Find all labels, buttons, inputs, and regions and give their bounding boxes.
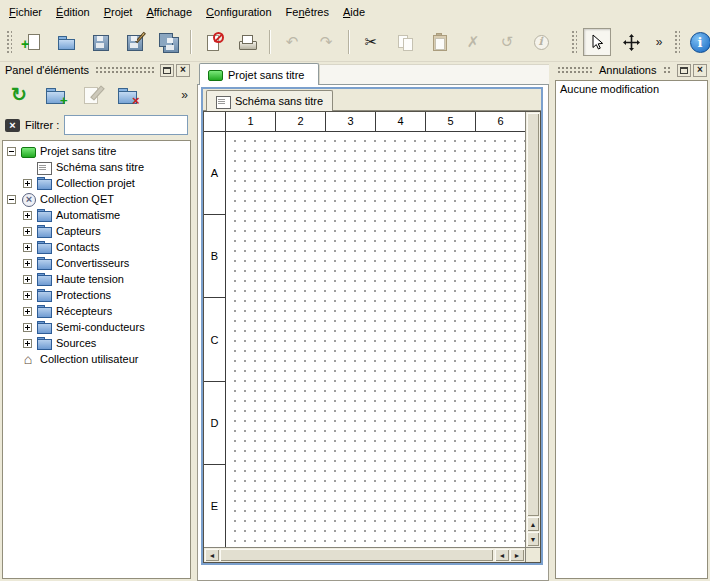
scrollbar-thumb[interactable]: [527, 113, 539, 516]
collapse-icon[interactable]: [7, 195, 16, 204]
diagram-tab[interactable]: Schéma sans titre: [206, 90, 333, 111]
dock-close-button[interactable]: ×: [176, 64, 190, 77]
tree-item-haute-tension[interactable]: Haute tension: [3, 271, 190, 287]
close-project-button[interactable]: [199, 28, 227, 56]
scroll-up-icon[interactable]: ▲: [527, 517, 539, 531]
dock-drag-handle[interactable]: [95, 66, 154, 74]
save-all-button[interactable]: [154, 28, 182, 56]
toolbar-drag-handle[interactable]: [673, 29, 680, 55]
toolbar-overflow-button[interactable]: »: [651, 28, 667, 56]
open-folder-icon: [57, 33, 75, 51]
scroll-right-icon[interactable]: ►: [510, 549, 524, 561]
tree-item-automatisme[interactable]: Automatisme: [3, 207, 190, 223]
ruler-row-label: D: [204, 381, 225, 464]
menu-fenetres[interactable]: Fenêtres: [279, 2, 336, 22]
dock-close-button[interactable]: ×: [693, 64, 707, 77]
tree-item-capteurs[interactable]: Capteurs: [3, 223, 190, 239]
save-as-icon: [125, 33, 143, 51]
dock-drag-handle[interactable]: [663, 66, 672, 74]
undo-icon: ↶: [283, 33, 301, 51]
tree-item-contacts[interactable]: Contacts: [3, 239, 190, 255]
help-button[interactable]: [686, 28, 710, 56]
project-tab[interactable]: Projet sans titre: [199, 63, 319, 85]
tree-item-convertisseurs[interactable]: Convertisseurs: [3, 255, 190, 271]
reload-collections-button[interactable]: ↻: [3, 80, 35, 110]
dock-float-button[interactable]: [677, 64, 691, 77]
elements-panel: Panel d'éléments × ↻ + × » Filtrer :: [0, 62, 193, 581]
scrollbar-thumb[interactable]: [220, 549, 493, 561]
dock-float-button[interactable]: [160, 64, 174, 77]
undo-history-list[interactable]: Aucune modification: [555, 80, 708, 579]
tree-item-collection-qet[interactable]: Collection QET: [3, 191, 190, 207]
redo-button[interactable]: ↷: [312, 28, 340, 56]
panel-toolbar-overflow-button[interactable]: »: [181, 89, 188, 101]
expand-icon[interactable]: [23, 275, 32, 284]
vertical-scrollbar[interactable]: ▲ ▼: [525, 112, 540, 547]
save-button[interactable]: [86, 28, 114, 56]
folder-icon: [37, 337, 51, 350]
folder-icon: [37, 209, 51, 222]
tree-item-sources[interactable]: Sources: [3, 335, 190, 351]
edit-element-icon: [81, 85, 102, 105]
tree-item-semi-conducteurs[interactable]: Semi-conducteurs: [3, 319, 190, 335]
menu-aide[interactable]: Aide: [336, 2, 372, 22]
toolbar-drag-handle[interactable]: [5, 29, 12, 55]
undo-panel-titlebar: Annulations ×: [553, 62, 710, 78]
tree-item-label: Contacts: [56, 241, 99, 253]
delete-element-button[interactable]: ×: [111, 80, 143, 110]
move-mode-button[interactable]: [617, 28, 645, 56]
copy-button[interactable]: [391, 28, 419, 56]
collapse-icon[interactable]: [7, 147, 16, 156]
expand-icon[interactable]: [23, 211, 32, 220]
expand-icon[interactable]: [23, 259, 32, 268]
menu-projet[interactable]: Projet: [97, 2, 140, 22]
select-mode-button[interactable]: [583, 28, 611, 56]
tree-item-label: Schéma sans titre: [56, 161, 144, 173]
diagram-canvas[interactable]: [226, 132, 525, 547]
expand-icon[interactable]: [23, 179, 32, 188]
chevron-more-icon: »: [656, 36, 663, 48]
expand-icon[interactable]: [23, 291, 32, 300]
cut-button[interactable]: ✂: [357, 28, 385, 56]
filter-input[interactable]: [64, 115, 188, 135]
diagram-icon: [216, 95, 230, 108]
tree-item-schema[interactable]: Schéma sans titre: [3, 159, 190, 175]
new-element-button[interactable]: +: [39, 80, 71, 110]
expand-icon[interactable]: [23, 227, 32, 236]
dock-drag-handle[interactable]: [557, 66, 593, 74]
scroll-left-icon[interactable]: ◄: [495, 549, 509, 561]
info-button[interactable]: [527, 28, 555, 56]
menu-configuration[interactable]: Configuration: [199, 2, 278, 22]
menu-edition[interactable]: Édition: [49, 2, 97, 22]
undo-button[interactable]: ↶: [278, 28, 306, 56]
print-button[interactable]: [233, 28, 261, 56]
horizontal-scrollbar[interactable]: ◄ ◄ ►: [204, 547, 525, 562]
expand-icon[interactable]: [23, 243, 32, 252]
scroll-down-icon[interactable]: ▼: [527, 532, 539, 546]
diagram-view: 1 2 3 4 5 6 A B C D E: [203, 111, 541, 563]
open-project-button[interactable]: [52, 28, 80, 56]
expand-icon[interactable]: [23, 307, 32, 316]
scroll-left-icon[interactable]: ◄: [205, 549, 219, 561]
close-file-icon: [204, 33, 222, 51]
main-toolbar: ↶ ↷ ✂ ✗ ↺ » »: [0, 23, 710, 62]
new-document-button[interactable]: [18, 28, 46, 56]
clear-filter-icon[interactable]: [5, 119, 20, 132]
tree-item-project[interactable]: Projet sans titre: [3, 143, 190, 159]
toolbar-drag-handle[interactable]: [570, 29, 577, 55]
tree-item-collection-utilisateur[interactable]: Collection utilisateur: [3, 351, 190, 367]
expand-icon[interactable]: [23, 323, 32, 332]
paste-button[interactable]: [425, 28, 453, 56]
tree-item-recepteurs[interactable]: Récepteurs: [3, 303, 190, 319]
expand-icon[interactable]: [23, 339, 32, 348]
delete-button[interactable]: ✗: [459, 28, 487, 56]
rotate-button[interactable]: ↺: [493, 28, 521, 56]
copy-icon: [396, 33, 414, 51]
menu-affichage[interactable]: Affichage: [139, 2, 199, 22]
save-as-button[interactable]: [120, 28, 148, 56]
menu-fichier[interactable]: Fichier: [2, 2, 49, 22]
tree-item-protections[interactable]: Protections: [3, 287, 190, 303]
close-icon: ×: [180, 65, 186, 75]
edit-element-button[interactable]: [75, 80, 107, 110]
tree-item-collection-projet[interactable]: Collection projet: [3, 175, 190, 191]
